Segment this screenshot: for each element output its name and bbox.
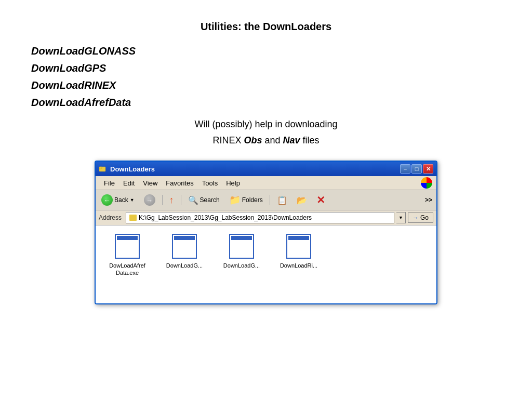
go-label: Go <box>420 214 429 221</box>
item-gps: DownLoadGPS <box>31 62 501 74</box>
window-controls[interactable]: – □ ✕ <box>400 164 433 174</box>
addressbar: Address K:\Gg_LabSession_2013\Gg_LabSess… <box>96 210 436 225</box>
file-icon-2 <box>229 234 254 259</box>
item-afrefdata: DownLoadAfrefData <box>31 97 501 109</box>
explorer-window: DownLoaders – □ ✕ File Edit View Favorit… <box>95 161 437 304</box>
search-icon: 🔍 <box>188 195 198 205</box>
search-button[interactable]: 🔍 Search <box>184 193 223 207</box>
toolbar-separator-3 <box>270 195 270 205</box>
address-input[interactable]: K:\Gg_LabSession_2013\Gg_LabSession_2013… <box>126 212 394 223</box>
up-icon: ↑ <box>169 195 174 206</box>
menu-file[interactable]: File <box>100 178 119 188</box>
desc2-post: files <box>300 135 320 145</box>
search-label: Search <box>200 196 220 204</box>
desc2-mid: and <box>262 135 283 145</box>
file-item-3[interactable]: DownLoadRi... <box>275 234 322 269</box>
toolbar: ← Back ▼ → ↑ 🔍 Search 📁 Folders 📋 📂 ✕ <box>96 190 436 210</box>
delete-button[interactable]: ✕ <box>313 192 329 208</box>
file-label-3: DownLoadRi... <box>280 262 317 269</box>
description2: RINEX Obs and Nav files <box>31 135 501 146</box>
file-icon-0 <box>115 234 140 259</box>
delete-icon: ✕ <box>316 194 325 206</box>
window-title: DownLoaders <box>110 165 400 173</box>
menu-favorites[interactable]: Favorites <box>162 178 197 188</box>
item-rinex: DownLoadRINEX <box>31 79 501 91</box>
desc2-bold1: Obs <box>244 135 262 145</box>
menubar: File Edit View Favorites Tools Help <box>96 176 436 190</box>
menu-help[interactable]: Help <box>222 178 244 188</box>
desc2-bold2: Nav <box>283 135 300 145</box>
close-button[interactable]: ✕ <box>423 164 433 174</box>
desc2-pre: RINEX <box>212 135 244 145</box>
winxp-logo-icon <box>421 177 432 189</box>
back-icon: ← <box>101 194 113 206</box>
go-button[interactable]: → Go <box>408 212 433 223</box>
go-arrow-icon: → <box>413 214 419 221</box>
file-icon-1 <box>172 234 197 259</box>
titlebar: DownLoaders – □ ✕ <box>96 162 436 176</box>
toolbar-more: >> <box>423 196 434 204</box>
toolbar-separator-2 <box>181 195 181 205</box>
file-content: DowLoadAfrefData.exe DownLoadG... DownLo… <box>96 225 436 303</box>
page-title: Utilities: the DownLoaders <box>31 21 501 33</box>
back-label: Back <box>114 196 128 204</box>
folders-icon: 📁 <box>229 194 241 206</box>
move-icon: 📂 <box>297 195 307 205</box>
address-label: Address <box>99 214 124 221</box>
file-icon-3 <box>286 234 311 259</box>
copy-to-button[interactable]: 📋 <box>273 193 291 207</box>
titlebar-icon <box>99 165 107 173</box>
file-item-2[interactable]: DownLoadG... <box>218 234 265 269</box>
folders-label: Folders <box>242 196 263 204</box>
forward-icon: → <box>144 194 155 206</box>
file-label-2: DownLoadG... <box>223 262 260 269</box>
up-button[interactable]: ↑ <box>166 193 178 208</box>
folders-button[interactable]: 📁 Folders <box>225 192 267 208</box>
item-glonass: DownLoadGLONASS <box>31 45 501 57</box>
copy-icon: 📋 <box>277 195 287 205</box>
back-dropdown-icon: ▼ <box>130 197 135 203</box>
forward-button[interactable]: → <box>140 192 159 208</box>
minimize-button[interactable]: – <box>400 164 410 174</box>
move-to-button[interactable]: 📂 <box>293 193 311 207</box>
item-list: DownLoadGLONASS DownLoadGPS DownLoadRINE… <box>31 45 501 109</box>
maximize-button[interactable]: □ <box>411 164 422 174</box>
description1: Will (possibly) help in downloading <box>31 119 501 130</box>
address-folder-icon <box>129 215 137 221</box>
menu-edit[interactable]: Edit <box>119 178 139 188</box>
file-item-0[interactable]: DowLoadAfrefData.exe <box>104 234 151 277</box>
file-label-1: DownLoadG... <box>166 262 203 269</box>
menu-tools[interactable]: Tools <box>198 178 222 188</box>
file-item-1[interactable]: DownLoadG... <box>161 234 208 269</box>
svg-rect-1 <box>99 167 102 169</box>
file-label-0: DowLoadAfrefData.exe <box>109 262 145 277</box>
toolbar-separator-1 <box>162 195 163 205</box>
menu-view[interactable]: View <box>139 178 162 188</box>
address-path: K:\Gg_LabSession_2013\Gg_LabSession_2013… <box>139 214 312 221</box>
address-dropdown[interactable]: ▼ <box>396 212 406 223</box>
back-button[interactable]: ← Back ▼ <box>98 192 138 208</box>
